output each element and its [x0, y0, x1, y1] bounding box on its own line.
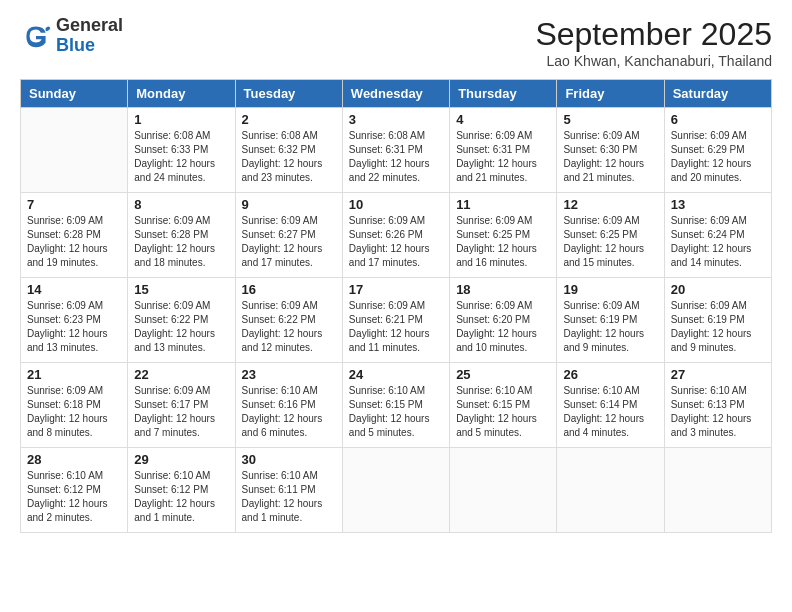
day-number: 6 [671, 112, 765, 127]
logo: General Blue [20, 16, 123, 56]
day-info: Sunrise: 6:10 AM Sunset: 6:15 PM Dayligh… [349, 384, 443, 440]
col-saturday: Saturday [664, 80, 771, 108]
col-wednesday: Wednesday [342, 80, 449, 108]
day-number: 20 [671, 282, 765, 297]
page-header: General Blue September 2025 Lao Khwan, K… [20, 16, 772, 69]
calendar-cell: 11Sunrise: 6:09 AM Sunset: 6:25 PM Dayli… [450, 193, 557, 278]
day-number: 8 [134, 197, 228, 212]
day-info: Sunrise: 6:10 AM Sunset: 6:14 PM Dayligh… [563, 384, 657, 440]
calendar-week-5: 28Sunrise: 6:10 AM Sunset: 6:12 PM Dayli… [21, 448, 772, 533]
col-monday: Monday [128, 80, 235, 108]
logo-blue: Blue [56, 35, 95, 55]
day-number: 18 [456, 282, 550, 297]
calendar-cell [664, 448, 771, 533]
day-info: Sunrise: 6:09 AM Sunset: 6:28 PM Dayligh… [27, 214, 121, 270]
calendar-cell: 13Sunrise: 6:09 AM Sunset: 6:24 PM Dayli… [664, 193, 771, 278]
calendar-week-1: 1Sunrise: 6:08 AM Sunset: 6:33 PM Daylig… [21, 108, 772, 193]
day-number: 4 [456, 112, 550, 127]
calendar-cell: 29Sunrise: 6:10 AM Sunset: 6:12 PM Dayli… [128, 448, 235, 533]
day-info: Sunrise: 6:09 AM Sunset: 6:22 PM Dayligh… [134, 299, 228, 355]
day-number: 16 [242, 282, 336, 297]
calendar-week-2: 7Sunrise: 6:09 AM Sunset: 6:28 PM Daylig… [21, 193, 772, 278]
title-block: September 2025 Lao Khwan, Kanchanaburi, … [535, 16, 772, 69]
day-info: Sunrise: 6:09 AM Sunset: 6:21 PM Dayligh… [349, 299, 443, 355]
day-info: Sunrise: 6:09 AM Sunset: 6:31 PM Dayligh… [456, 129, 550, 185]
day-number: 3 [349, 112, 443, 127]
day-number: 13 [671, 197, 765, 212]
day-info: Sunrise: 6:10 AM Sunset: 6:16 PM Dayligh… [242, 384, 336, 440]
day-number: 21 [27, 367, 121, 382]
calendar-cell: 14Sunrise: 6:09 AM Sunset: 6:23 PM Dayli… [21, 278, 128, 363]
calendar-cell [342, 448, 449, 533]
calendar-cell: 5Sunrise: 6:09 AM Sunset: 6:30 PM Daylig… [557, 108, 664, 193]
day-number: 12 [563, 197, 657, 212]
calendar-cell: 10Sunrise: 6:09 AM Sunset: 6:26 PM Dayli… [342, 193, 449, 278]
day-info: Sunrise: 6:10 AM Sunset: 6:12 PM Dayligh… [27, 469, 121, 525]
day-number: 28 [27, 452, 121, 467]
col-friday: Friday [557, 80, 664, 108]
calendar-cell: 30Sunrise: 6:10 AM Sunset: 6:11 PM Dayli… [235, 448, 342, 533]
calendar-week-4: 21Sunrise: 6:09 AM Sunset: 6:18 PM Dayli… [21, 363, 772, 448]
day-info: Sunrise: 6:08 AM Sunset: 6:32 PM Dayligh… [242, 129, 336, 185]
day-number: 11 [456, 197, 550, 212]
calendar-cell: 27Sunrise: 6:10 AM Sunset: 6:13 PM Dayli… [664, 363, 771, 448]
calendar-cell: 17Sunrise: 6:09 AM Sunset: 6:21 PM Dayli… [342, 278, 449, 363]
calendar-cell: 21Sunrise: 6:09 AM Sunset: 6:18 PM Dayli… [21, 363, 128, 448]
day-info: Sunrise: 6:09 AM Sunset: 6:24 PM Dayligh… [671, 214, 765, 270]
calendar-week-3: 14Sunrise: 6:09 AM Sunset: 6:23 PM Dayli… [21, 278, 772, 363]
day-info: Sunrise: 6:09 AM Sunset: 6:29 PM Dayligh… [671, 129, 765, 185]
day-number: 29 [134, 452, 228, 467]
day-number: 2 [242, 112, 336, 127]
day-number: 26 [563, 367, 657, 382]
day-info: Sunrise: 6:09 AM Sunset: 6:27 PM Dayligh… [242, 214, 336, 270]
calendar-cell: 2Sunrise: 6:08 AM Sunset: 6:32 PM Daylig… [235, 108, 342, 193]
day-number: 9 [242, 197, 336, 212]
col-thursday: Thursday [450, 80, 557, 108]
calendar-cell: 22Sunrise: 6:09 AM Sunset: 6:17 PM Dayli… [128, 363, 235, 448]
day-info: Sunrise: 6:10 AM Sunset: 6:15 PM Dayligh… [456, 384, 550, 440]
logo-text: General Blue [56, 16, 123, 56]
day-info: Sunrise: 6:09 AM Sunset: 6:25 PM Dayligh… [563, 214, 657, 270]
calendar-header-row: Sunday Monday Tuesday Wednesday Thursday… [21, 80, 772, 108]
logo-general: General [56, 15, 123, 35]
calendar-cell: 18Sunrise: 6:09 AM Sunset: 6:20 PM Dayli… [450, 278, 557, 363]
calendar-cell: 3Sunrise: 6:08 AM Sunset: 6:31 PM Daylig… [342, 108, 449, 193]
day-info: Sunrise: 6:09 AM Sunset: 6:25 PM Dayligh… [456, 214, 550, 270]
calendar-cell: 16Sunrise: 6:09 AM Sunset: 6:22 PM Dayli… [235, 278, 342, 363]
day-number: 23 [242, 367, 336, 382]
day-info: Sunrise: 6:10 AM Sunset: 6:11 PM Dayligh… [242, 469, 336, 525]
col-sunday: Sunday [21, 80, 128, 108]
day-number: 10 [349, 197, 443, 212]
calendar-cell: 4Sunrise: 6:09 AM Sunset: 6:31 PM Daylig… [450, 108, 557, 193]
calendar-cell: 1Sunrise: 6:08 AM Sunset: 6:33 PM Daylig… [128, 108, 235, 193]
day-number: 17 [349, 282, 443, 297]
calendar-cell [557, 448, 664, 533]
calendar-cell: 12Sunrise: 6:09 AM Sunset: 6:25 PM Dayli… [557, 193, 664, 278]
day-info: Sunrise: 6:10 AM Sunset: 6:12 PM Dayligh… [134, 469, 228, 525]
day-number: 7 [27, 197, 121, 212]
day-number: 1 [134, 112, 228, 127]
calendar-cell: 26Sunrise: 6:10 AM Sunset: 6:14 PM Dayli… [557, 363, 664, 448]
day-info: Sunrise: 6:09 AM Sunset: 6:23 PM Dayligh… [27, 299, 121, 355]
calendar-cell: 6Sunrise: 6:09 AM Sunset: 6:29 PM Daylig… [664, 108, 771, 193]
calendar-cell: 24Sunrise: 6:10 AM Sunset: 6:15 PM Dayli… [342, 363, 449, 448]
day-number: 19 [563, 282, 657, 297]
day-number: 30 [242, 452, 336, 467]
day-info: Sunrise: 6:09 AM Sunset: 6:17 PM Dayligh… [134, 384, 228, 440]
calendar-cell: 25Sunrise: 6:10 AM Sunset: 6:15 PM Dayli… [450, 363, 557, 448]
day-info: Sunrise: 6:09 AM Sunset: 6:22 PM Dayligh… [242, 299, 336, 355]
day-number: 27 [671, 367, 765, 382]
logo-icon [20, 20, 52, 52]
calendar-cell: 7Sunrise: 6:09 AM Sunset: 6:28 PM Daylig… [21, 193, 128, 278]
calendar-cell [21, 108, 128, 193]
calendar-cell [450, 448, 557, 533]
day-info: Sunrise: 6:09 AM Sunset: 6:18 PM Dayligh… [27, 384, 121, 440]
calendar-cell: 9Sunrise: 6:09 AM Sunset: 6:27 PM Daylig… [235, 193, 342, 278]
day-info: Sunrise: 6:10 AM Sunset: 6:13 PM Dayligh… [671, 384, 765, 440]
calendar-cell: 28Sunrise: 6:10 AM Sunset: 6:12 PM Dayli… [21, 448, 128, 533]
day-info: Sunrise: 6:09 AM Sunset: 6:20 PM Dayligh… [456, 299, 550, 355]
calendar-cell: 23Sunrise: 6:10 AM Sunset: 6:16 PM Dayli… [235, 363, 342, 448]
day-number: 22 [134, 367, 228, 382]
day-info: Sunrise: 6:09 AM Sunset: 6:26 PM Dayligh… [349, 214, 443, 270]
day-info: Sunrise: 6:09 AM Sunset: 6:30 PM Dayligh… [563, 129, 657, 185]
